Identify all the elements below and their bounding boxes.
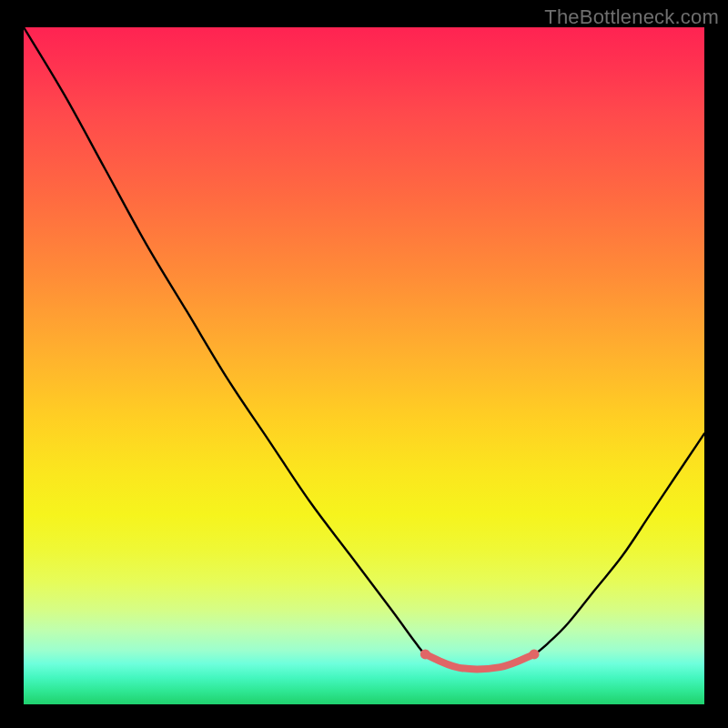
bottleneck-curve-path [24, 27, 704, 669]
optimal-start-dot [420, 649, 430, 659]
chart-svg [24, 27, 704, 704]
optimal-segment-path [425, 654, 534, 670]
optimal-end-dot [530, 649, 540, 659]
watermark-text: TheBottleneck.com [544, 5, 719, 29]
chart-area [24, 27, 704, 704]
